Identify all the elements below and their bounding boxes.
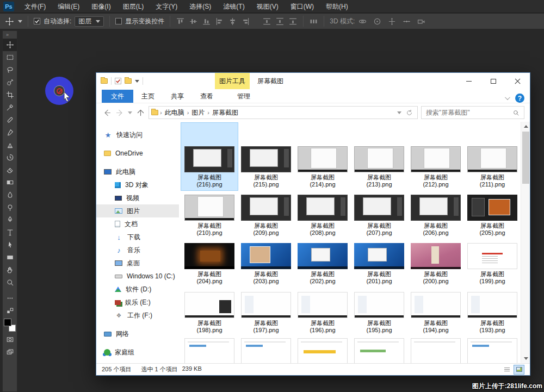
file-item-屏幕截图 (201).png[interactable]: 屏幕截图 (201).png [351, 239, 407, 287]
back-button[interactable] [102, 107, 112, 119]
blur-tool[interactable] [3, 189, 17, 201]
menu-item-9[interactable]: 帮助(H) [320, 0, 354, 13]
file-item-屏幕截图 (207).png[interactable]: 屏幕截图 (207).png [351, 190, 407, 239]
pen-tool[interactable] [3, 214, 17, 226]
ribbon-tab-2[interactable]: 共享 [163, 90, 192, 103]
menu-item-5[interactable]: 选择(S) [183, 0, 217, 13]
quick-mask-button[interactable] [3, 333, 17, 346]
toolbar-collapse-button[interactable]: » [3, 31, 9, 39]
file-item-屏幕截图 (216).png[interactable]: 屏幕截图 (216).png [181, 123, 238, 190]
search-input[interactable]: 搜索"屏幕截图" [421, 106, 524, 119]
file-item-partial-28[interactable] [407, 336, 464, 363]
minimize-button[interactable] [456, 73, 481, 89]
hand-tool[interactable] [3, 264, 17, 276]
distribute-width-button[interactable] [309, 17, 318, 26]
sidebar-item-15[interactable]: 家庭组 [96, 346, 179, 359]
lasso-tool[interactable] [3, 64, 17, 76]
menu-item-0[interactable]: 文件(F) [18, 0, 52, 13]
eraser-tool[interactable] [3, 164, 17, 176]
gradient-tool[interactable] [3, 176, 17, 189]
scroll-down-button[interactable] [521, 354, 530, 363]
pan-3d-button[interactable] [387, 17, 397, 26]
sidebar-item-0[interactable]: 快速访问 [96, 128, 179, 141]
shape-tool[interactable] [3, 251, 17, 264]
color-swatches[interactable] [4, 319, 16, 332]
screen-mode-button[interactable] [3, 346, 17, 358]
align-bottom-button[interactable] [202, 17, 211, 26]
file-item-屏幕截图 (205).png[interactable]: 屏幕截图 (205).png [464, 190, 521, 239]
dist-top-button[interactable] [262, 17, 271, 26]
close-button[interactable] [505, 73, 530, 89]
file-item-屏幕截图 (197).png[interactable]: 屏幕截图 (197).png [238, 287, 294, 336]
file-item-屏幕截图 (214).png[interactable]: 屏幕截图 (214).png [294, 123, 351, 190]
file-item-屏幕截图 (215).png[interactable]: 屏幕截图 (215).png [238, 123, 294, 190]
history-brush-tool[interactable] [3, 151, 17, 164]
sidebar-item-8[interactable]: 音乐 [96, 244, 179, 257]
breadcrumb-item-2[interactable]: 屏幕截图 [210, 108, 240, 117]
sidebar-item-4[interactable]: 视频 [96, 191, 179, 204]
quick-select-tool[interactable] [3, 76, 17, 89]
align-hcenter-button[interactable] [228, 17, 237, 26]
file-item-partial-29[interactable] [464, 336, 521, 363]
file-item-屏幕截图 (204).png[interactable]: 屏幕截图 (204).png [181, 239, 238, 287]
file-item-屏幕截图 (209).png[interactable]: 屏幕截图 (209).png [238, 190, 294, 239]
scrollbar-thumb[interactable] [522, 132, 529, 184]
sidebar-item-11[interactable]: 软件 (D:) [96, 283, 179, 296]
file-item-屏幕截图 (206).png[interactable]: 屏幕截图 (206).png [407, 190, 464, 239]
qat-customize-caret-icon[interactable] [135, 80, 139, 83]
sidebar-item-9[interactable]: 桌面 [96, 257, 179, 270]
breadcrumb-item-0[interactable]: 此电脑 [163, 108, 187, 117]
align-right-button[interactable] [241, 17, 250, 26]
brush-tool[interactable] [3, 126, 17, 139]
file-item-屏幕截图 (200).png[interactable]: 屏幕截图 (200).png [407, 239, 464, 287]
sidebar-item-3[interactable]: 3D 对象 [96, 178, 179, 191]
ellipsis-button[interactable] [3, 292, 17, 304]
refresh-icon[interactable] [406, 109, 413, 116]
menu-item-3[interactable]: 图层(L) [117, 0, 150, 13]
ribbon-collapse-icon[interactable] [505, 95, 510, 100]
file-item-屏幕截图 (193).png[interactable]: 屏幕截图 (193).png [464, 287, 521, 336]
tool-preset-caret-icon[interactable] [18, 20, 22, 23]
align-vcenter-button[interactable] [189, 17, 198, 26]
recent-locations-caret-icon[interactable] [128, 111, 132, 114]
file-item-屏幕截图 (210).png[interactable]: 屏幕截图 (210).png [181, 190, 238, 239]
file-item-partial-26[interactable] [294, 336, 351, 363]
sidebar-item-2[interactable]: 此电脑 [96, 165, 179, 178]
file-item-屏幕截图 (211).png[interactable]: 屏幕截图 (211).png [464, 123, 521, 190]
sidebar-item-13[interactable]: 工作 (F:) [96, 309, 179, 322]
file-item-partial-24[interactable] [181, 336, 238, 363]
file-item-partial-27[interactable] [351, 336, 407, 363]
breadcrumb-item-1[interactable]: 图片 [189, 108, 207, 117]
folder-icon[interactable] [101, 78, 108, 84]
sidebar-item-12[interactable]: 娱乐 (E:) [96, 296, 179, 309]
menu-item-1[interactable]: 编辑(E) [52, 0, 85, 13]
details-view-button[interactable] [502, 365, 512, 375]
file-item-屏幕截图 (196).png[interactable]: 屏幕截图 (196).png [294, 287, 351, 336]
ribbon-tab-1[interactable]: 主页 [133, 90, 163, 103]
slide-3d-button[interactable] [402, 17, 411, 26]
sidebar-item-6[interactable]: 文档 [96, 217, 179, 231]
titlebar[interactable]: 图片工具 屏幕截图 [96, 73, 530, 89]
auto-select-checkbox[interactable] [34, 18, 40, 24]
menu-item-6[interactable]: 滤镜(T) [217, 0, 250, 13]
menu-item-2[interactable]: 图像(I) [85, 0, 116, 13]
file-item-partial-25[interactable] [238, 336, 294, 363]
file-item-屏幕截图 (199).png[interactable]: 屏幕截图 (199).png [464, 239, 521, 287]
sidebar-item-14[interactable]: 网络 [96, 327, 179, 340]
sidebar-item-1[interactable]: OneDrive [96, 147, 179, 160]
new-folder-icon[interactable] [125, 78, 132, 84]
picture-tools-context-tab[interactable]: 图片工具 [215, 73, 250, 89]
maximize-button[interactable] [481, 73, 505, 89]
file-item-屏幕截图 (198).png[interactable]: 屏幕截图 (198).png [181, 287, 238, 336]
path-select-tool[interactable] [3, 239, 17, 251]
address-dropdown-caret-icon[interactable] [397, 111, 401, 114]
marquee-tool[interactable] [3, 51, 17, 64]
file-item-屏幕截图 (202).png[interactable]: 屏幕截图 (202).png [294, 239, 351, 287]
zoom-tool[interactable] [3, 276, 17, 289]
file-item-屏幕截图 (208).png[interactable]: 屏幕截图 (208).png [294, 190, 351, 239]
foreground-color-swatch[interactable] [4, 319, 11, 326]
roll-3d-button[interactable] [373, 17, 382, 26]
menu-item-8[interactable]: 窗口(W) [285, 0, 320, 13]
crop-tool[interactable] [3, 89, 17, 101]
type-tool[interactable] [3, 226, 17, 239]
